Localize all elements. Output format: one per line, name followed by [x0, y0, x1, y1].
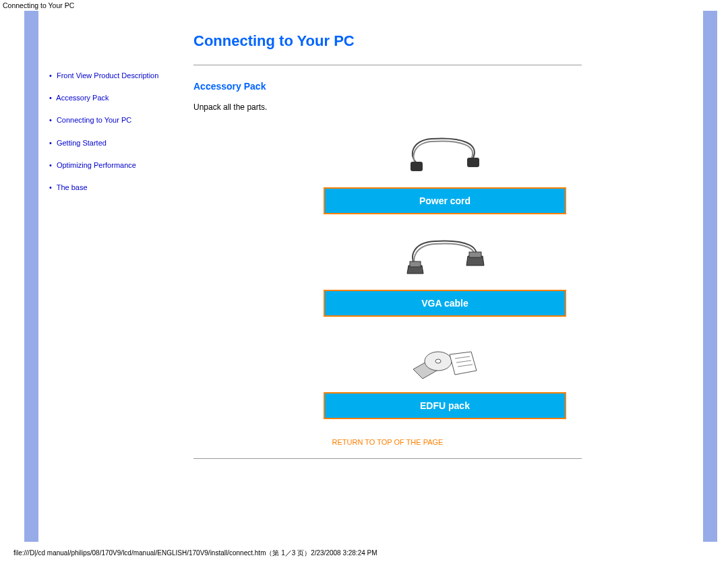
svg-rect-3 — [410, 261, 421, 267]
divider-bottom — [193, 458, 582, 460]
vga-cable-illustration — [324, 229, 566, 290]
power-cord-illustration — [324, 127, 566, 187]
sidebar-link[interactable]: The base — [57, 183, 88, 191]
svg-point-8 — [435, 359, 441, 363]
sidebar-item-getting-started[interactable]: • Getting Started — [49, 139, 188, 148]
sidebar-item-accessory-pack[interactable]: • Accessory Pack — [49, 94, 188, 102]
divider — [193, 65, 582, 66]
svg-rect-5 — [469, 252, 481, 257]
accessory-edfu-pack: EDFU pack — [324, 332, 566, 419]
sidebar-item-the-base[interactable]: • The base — [49, 183, 188, 192]
sidebar-link[interactable]: Getting Started — [57, 139, 107, 147]
main-content: Connecting to Your PC Accessory Pack Unp… — [193, 11, 703, 542]
return-to-top[interactable]: RETURN TO TOP OF THE PAGE — [193, 438, 582, 446]
page-title: Connecting to Your PC — [193, 32, 696, 50]
bullet-icon: • — [49, 183, 52, 191]
bullet-icon: • — [49, 139, 52, 147]
accessory-power-cord: Power cord — [324, 127, 566, 214]
return-to-top-link[interactable]: RETURN TO TOP OF THE PAGE — [332, 438, 444, 446]
sidebar-link[interactable]: Connecting to Your PC — [57, 116, 131, 124]
accessory-label: EDFU pack — [324, 392, 566, 419]
sidebar-item-optimizing[interactable]: • Optimizing Performance — [49, 161, 188, 170]
accessory-vga-cable: VGA cable — [324, 229, 566, 317]
svg-rect-0 — [411, 162, 423, 171]
bullet-icon: • — [49, 116, 52, 124]
sidebar-link[interactable]: Optimizing Performance — [57, 161, 136, 169]
body-text: Unpack all the parts. — [193, 102, 696, 112]
svg-rect-1 — [467, 158, 479, 167]
footer-path: file:///D|/cd manual/philips/08/170V9/lc… — [0, 547, 380, 559]
sidebar-link[interactable]: Front View Product Description — [57, 71, 158, 80]
sidebar-item-front-view[interactable]: • Front View Product Description — [49, 71, 188, 80]
svg-marker-9 — [450, 352, 477, 375]
edfu-pack-illustration — [324, 332, 566, 392]
bullet-icon: • — [49, 71, 52, 80]
page-header-title: Connecting to Your PC — [0, 0, 728, 11]
section-title-accessory-pack: Accessory Pack — [193, 81, 696, 92]
sidebar: • Front View Product Description • Acces… — [38, 11, 193, 542]
left-margin — [0, 11, 24, 542]
blue-strip-right — [703, 11, 717, 542]
sidebar-link[interactable]: Accessory Pack — [56, 94, 109, 102]
accessory-label: Power cord — [324, 187, 566, 214]
blue-strip-left — [24, 11, 38, 542]
right-margin — [717, 11, 728, 542]
bullet-icon: • — [49, 161, 52, 169]
bullet-icon: • — [49, 94, 52, 102]
accessory-label: VGA cable — [324, 290, 566, 317]
sidebar-item-connecting[interactable]: • Connecting to Your PC — [49, 116, 188, 125]
